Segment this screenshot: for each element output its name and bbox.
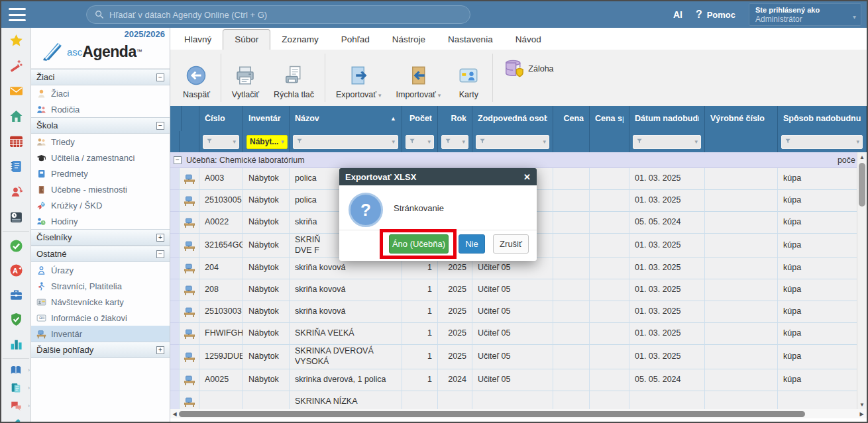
sidebar-section-1[interactable]: Škola− <box>31 117 170 134</box>
sidebar-item-rodi-ia[interactable]: Rodičia <box>31 101 170 117</box>
rail-bar-chart-button[interactable] <box>1 332 30 356</box>
table-row[interactable]: 204Nábytokskriňa kovová12025Učiteľ 0501.… <box>170 258 867 279</box>
filter-dropdown-sposob[interactable]: ▾ <box>781 135 863 149</box>
rail-star-button[interactable] <box>1 28 30 53</box>
sidebar-item-kr-ky-kd[interactable]: Krúžky / ŠKD <box>31 197 170 213</box>
global-search-input[interactable]: Hľadať v dátach Agendy Online (Ctrl + G) <box>86 5 470 24</box>
sidebar-item-stravn-ci-platitelia[interactable]: Stravníci, Platitelia <box>31 278 170 294</box>
sidebar-item-n-v-tevn-cke-karty[interactable]: Návštevnícke karty <box>31 294 170 310</box>
table-row[interactable]: FHWIFGHFNábytokSKRIŇA VEĽKÁ12025Učiteľ 0… <box>170 323 867 345</box>
column-header-rok[interactable]: Rok <box>438 106 472 131</box>
rail-library-book-button[interactable]: › <box>1 361 30 379</box>
rail-signature-pen-button[interactable] <box>1 414 30 423</box>
table-row[interactable]: A0025Nábytokskrinka dverová, 1 polica120… <box>170 369 867 391</box>
collapse-icon[interactable]: − <box>156 250 164 258</box>
column-header-datum[interactable]: Dátum nadobudnuti <box>629 106 705 131</box>
sidebar-item-u-ebne-miestnosti[interactable]: Učebne - miestnosti <box>31 181 170 197</box>
filter-dropdown-pocet[interactable]: ▾ <box>406 135 434 149</box>
ai-button[interactable]: AI <box>673 9 682 20</box>
tab-pohľad[interactable]: Pohľad <box>330 30 381 50</box>
hamburger-menu-icon[interactable] <box>9 8 26 21</box>
sidebar-section-3[interactable]: Ostatné− <box>31 246 170 262</box>
rail-schedule-clock-button[interactable] <box>1 204 30 229</box>
rail-home-button[interactable] <box>1 103 30 128</box>
karty-button[interactable]: Karty <box>448 50 489 106</box>
scroll-right-icon[interactable]: ▶ <box>857 411 866 417</box>
filter-dropdown-nazov[interactable]: ▾ <box>293 135 398 149</box>
rail-shield-check-button[interactable] <box>1 307 30 332</box>
scroll-down-icon[interactable]: ▼ <box>857 400 867 409</box>
rail-briefcase-button[interactable] <box>1 283 30 307</box>
table-row[interactable]: 25103003Nábytokskriňa kovová12025Učiteľ … <box>170 301 867 323</box>
rail-check-circle-button[interactable] <box>1 234 30 258</box>
sidebar-item-invent-r[interactable]: Inventár <box>31 326 170 342</box>
table-row[interactable]: SKRINKA NÍZKA <box>170 391 867 410</box>
column-header-nazov[interactable]: Názov▲ <box>290 106 402 131</box>
table-row[interactable]: 1259JDUEMNábytokSKRINKA DVEROVÁ VYSOKÁ12… <box>170 345 867 369</box>
z-loha-button[interactable]: Záloha <box>496 50 561 85</box>
rail-calendar-grid-button[interactable] <box>1 128 30 154</box>
tab-nástroje[interactable]: Nástroje <box>381 30 437 50</box>
sidebar-item-u-itelia-zamestnanci[interactable]: Učitelia / zamestnanci <box>31 150 170 165</box>
column-header-vyrobne[interactable]: Výrobné číslo <box>705 106 778 131</box>
column-header-pocet[interactable]: Počet <box>402 106 438 131</box>
user-role-dropdown[interactable]: Ste prihlásený ako Administrátor ▾ <box>749 3 861 26</box>
rail-magic-wand-button[interactable] <box>1 53 30 78</box>
vytla-i--button[interactable]: Vytlačiť <box>225 50 266 106</box>
rail-envelope-button[interactable] <box>1 78 30 103</box>
r-chla-tla--button[interactable]: Rýchla tlač <box>266 50 321 106</box>
filter-dropdown-cislo[interactable]: ▾ <box>203 135 239 149</box>
expand-icon[interactable]: + <box>156 346 164 354</box>
cancel-button[interactable]: Zrušiť <box>493 234 529 254</box>
sidebar-item-hodiny[interactable]: Hodiny <box>31 213 170 229</box>
horizontal-scroll-thumb[interactable] <box>179 411 805 417</box>
tab-hlavný[interactable]: Hlavný <box>173 30 223 50</box>
tab-súbor[interactable]: Súbor <box>223 29 270 50</box>
group-collapse-toggle[interactable]: − <box>174 156 182 164</box>
column-header-sposob[interactable]: Spôsob nadobudnu <box>778 106 867 131</box>
rail-grade-a-plus-button[interactable]: A <box>1 258 30 283</box>
rail-documents-button[interactable]: › <box>1 379 30 397</box>
scroll-up-icon[interactable]: ▲ <box>857 152 867 162</box>
sidebar-item-triedy[interactable]: Triedy <box>31 134 170 150</box>
close-icon[interactable]: ✕ <box>523 172 531 182</box>
nasp--button[interactable]: Naspäť <box>176 50 217 106</box>
sidebar-section-4[interactable]: Ďalšie pohľady+ <box>31 342 170 358</box>
sidebar-item-predmety[interactable]: Predmety <box>31 165 170 181</box>
filter-dropdown-inventar[interactable]: Nábyt...▾ <box>246 135 288 149</box>
filter-dropdown-rok[interactable]: ▾ <box>441 135 468 149</box>
group-row[interactable]: − Učebňa: Chemické laboratórium poče <box>170 152 867 168</box>
vertical-scroll-thumb[interactable] <box>859 163 865 207</box>
tab-nastavenia[interactable]: Nastavenia <box>437 30 504 50</box>
table-row[interactable]: 208Nábytokskriňa kovová12025Učiteľ 0501.… <box>170 279 867 301</box>
expand-icon[interactable]: + <box>156 234 164 242</box>
column-header-osoba[interactable]: Zodpovedná osoba <box>472 106 553 131</box>
vertical-scrollbar[interactable]: ▲ ▼ <box>857 152 867 409</box>
column-header-icon[interactable] <box>180 106 199 131</box>
rail-notebook-button[interactable] <box>1 154 30 179</box>
filter-dropdown-osoba[interactable]: ▾ <box>476 135 549 149</box>
tab-návod[interactable]: Návod <box>504 30 553 50</box>
no-button[interactable]: Nie <box>459 234 485 254</box>
filter-dropdown-datum[interactable]: ▾ <box>633 135 701 149</box>
tab-zoznamy[interactable]: Zoznamy <box>270 30 330 50</box>
column-header-cena[interactable]: Cena <box>553 106 590 131</box>
rail-person-sync-button[interactable] <box>1 179 30 204</box>
exportova--button[interactable]: Exportovať▾ <box>329 50 389 106</box>
sidebar-section-2[interactable]: Číselníky+ <box>31 229 170 246</box>
importova--button[interactable]: Importovať▾ <box>389 50 449 106</box>
sidebar-item-inform-cie-o-iakovi[interactable]: ΩInformácie o žiakovi <box>31 310 170 326</box>
collapse-icon[interactable]: − <box>156 73 164 81</box>
column-header-cislo[interactable]: Číslo <box>199 106 243 131</box>
help-button[interactable]: ? Pomoc <box>696 9 735 21</box>
horizontal-scrollbar[interactable]: ◀ ▶ <box>170 409 867 418</box>
column-header-inventar[interactable]: Inventár <box>243 106 290 131</box>
collapse-icon[interactable]: − <box>156 122 164 130</box>
yes-button[interactable]: Áno (Učebňa) <box>389 234 449 254</box>
rail-chat-bubbles-button[interactable]: › <box>1 397 30 414</box>
scroll-left-icon[interactable]: ◀ <box>170 411 179 417</box>
sidebar-section-0[interactable]: Žiaci− <box>31 69 170 85</box>
sidebar-item--iaci[interactable]: Žiaci <box>31 85 170 101</box>
sidebar-item--razy[interactable]: Úrazy <box>31 262 170 278</box>
column-header-cena_spolu[interactable]: Cena spol <box>590 106 629 131</box>
